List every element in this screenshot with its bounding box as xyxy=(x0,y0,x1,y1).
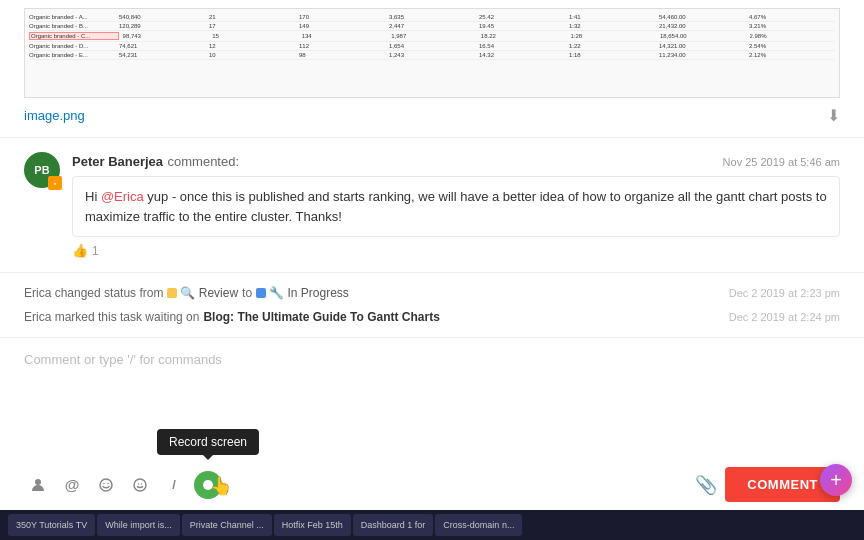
svg-point-1 xyxy=(100,479,112,491)
taskbar-item-4[interactable]: Hotfix Feb 15th xyxy=(274,514,351,536)
from-status-badge: 🔍 Review xyxy=(167,286,238,300)
blue-status-icon xyxy=(256,288,266,298)
avatar: PB ▪ xyxy=(24,152,60,188)
to-status-badge: 🔧 In Progress xyxy=(256,286,349,300)
taskbar-item-3[interactable]: Private Channel ... xyxy=(182,514,272,536)
activity-row-2: Erica marked this task waiting on Blog: … xyxy=(24,305,840,329)
thumbs-up-icon[interactable]: 👍 xyxy=(72,243,88,258)
toolbar-left: @ / Record screen 👆 xyxy=(24,471,222,499)
comment-text-before: Hi xyxy=(85,189,101,204)
taskbar-item-5[interactable]: Dashboard 1 for xyxy=(353,514,434,536)
comment-input-placeholder[interactable]: Comment or type '/' for commands xyxy=(24,348,840,459)
svg-point-2 xyxy=(103,482,105,484)
attach-icon[interactable]: 📎 xyxy=(695,474,717,496)
comment-author: Peter Banerjea xyxy=(72,154,163,169)
comment-timestamp: Nov 25 2019 at 5:46 am xyxy=(723,156,840,168)
comment-body: Peter Banerjea commented: Nov 25 2019 at… xyxy=(72,152,840,258)
taskbar-item-6[interactable]: Cross-domain n... xyxy=(435,514,522,536)
activity-time-2: Dec 2 2019 at 2:24 pm xyxy=(729,311,840,323)
person-icon[interactable] xyxy=(24,471,52,499)
image-section: Organic branded - A... 540,840 21 170 3,… xyxy=(0,0,864,138)
taskbar-item-2[interactable]: While import is... xyxy=(97,514,180,536)
at-icon[interactable]: @ xyxy=(58,471,86,499)
gif-emoji-icon[interactable] xyxy=(92,471,120,499)
activity-time-1: Dec 2 2019 at 2:23 pm xyxy=(729,287,840,299)
like-count: 1 xyxy=(92,244,99,258)
svg-point-0 xyxy=(35,479,41,485)
activity-row-1: Erica changed status from 🔍 Review to 🔧 … xyxy=(24,281,840,305)
main-container: Organic branded - A... 540,840 21 170 3,… xyxy=(0,0,864,540)
svg-point-6 xyxy=(141,483,142,484)
svg-point-5 xyxy=(138,483,139,484)
plus-button[interactable]: + xyxy=(820,464,852,496)
activity-link[interactable]: Blog: The Ultimate Guide To Gantt Charts xyxy=(203,310,439,324)
avatar-badge: ▪ xyxy=(48,176,62,190)
comment-text-after: yup - once this is published and starts … xyxy=(85,189,827,224)
comment-section: PB ▪ Peter Banerjea commented: Nov 25 20… xyxy=(0,138,864,273)
toolbar-row: @ / Record screen 👆 📎 COMMENT xyxy=(24,467,840,502)
activity-text-2: Erica marked this task waiting on xyxy=(24,310,199,324)
svg-point-4 xyxy=(134,479,146,491)
input-section: Comment or type '/' for commands @ / Rec… xyxy=(0,337,864,510)
bottom-taskbar: 350Y Tutorials TV While import is... Pri… xyxy=(0,510,864,540)
taskbar-item-1[interactable]: 350Y Tutorials TV xyxy=(8,514,95,536)
activity-text-1: Erica changed status from xyxy=(24,286,163,300)
comment-header: Peter Banerjea commented: Nov 25 2019 at… xyxy=(72,152,840,170)
toolbar-right: 📎 COMMENT xyxy=(695,467,840,502)
activity-section: Erica changed status from 🔍 Review to 🔧 … xyxy=(0,273,864,337)
yellow-status-icon xyxy=(167,288,177,298)
slash-command-icon[interactable]: / xyxy=(160,471,188,499)
record-screen-tooltip: Record screen xyxy=(157,429,259,455)
comment-verb: commented: xyxy=(168,154,240,169)
screen-record-icon[interactable] xyxy=(194,471,222,499)
image-preview: Organic branded - A... 540,840 21 170 3,… xyxy=(24,8,840,98)
image-filename[interactable]: image.png xyxy=(24,108,85,123)
comment-text: Hi @Erica yup - once this is published a… xyxy=(72,176,840,237)
svg-point-7 xyxy=(203,480,213,490)
mention-tag[interactable]: @Erica xyxy=(101,189,144,204)
like-area: 👍 1 xyxy=(72,243,840,258)
download-icon[interactable]: ⬇ xyxy=(827,106,840,125)
svg-point-3 xyxy=(107,482,109,484)
emoji-icon[interactable] xyxy=(126,471,154,499)
